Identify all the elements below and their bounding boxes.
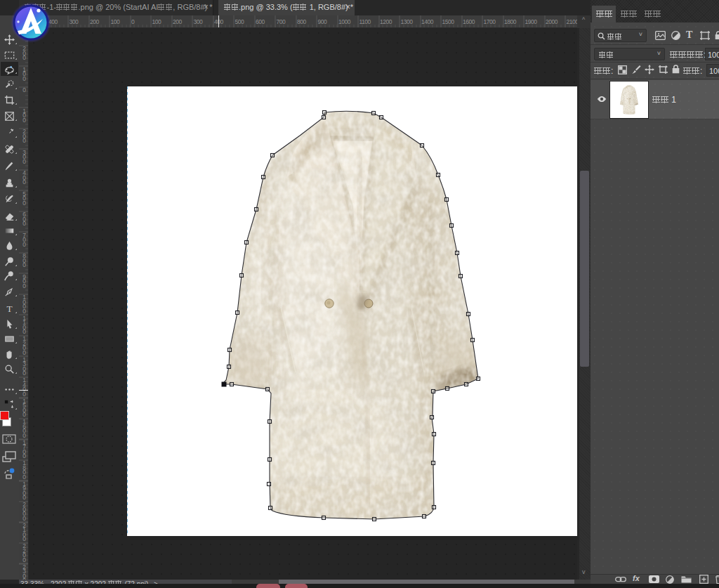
svg-text:T: T (6, 303, 12, 314)
